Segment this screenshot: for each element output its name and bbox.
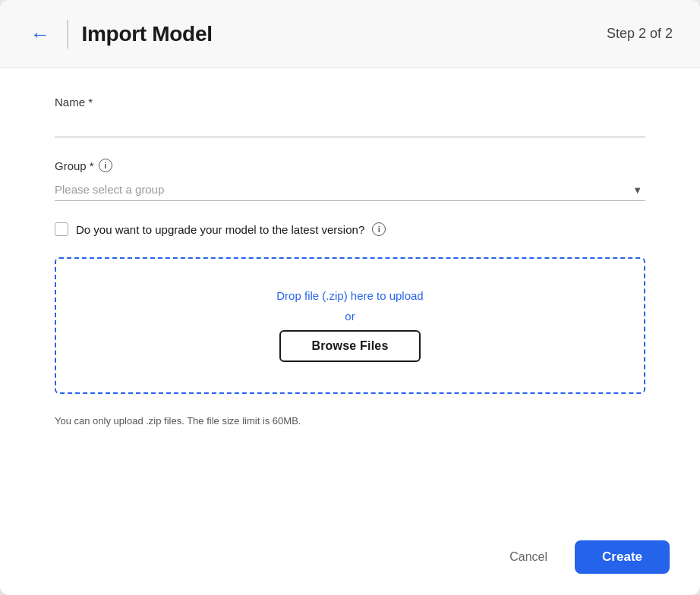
drop-text: Drop file (.zip) here to upload bbox=[276, 289, 423, 302]
modal-footer: Cancel Create bbox=[0, 528, 700, 595]
upgrade-info-icon: i bbox=[372, 222, 386, 236]
upgrade-checkbox-row: Do you want to upgrade your model to the… bbox=[55, 222, 645, 236]
group-info-icon: i bbox=[99, 159, 112, 172]
modal-content: Name * Group * i Please select a group ▼… bbox=[0, 68, 700, 528]
file-hint: You can only upload .zip files. The file… bbox=[55, 415, 645, 427]
create-button[interactable]: Create bbox=[575, 540, 670, 574]
upgrade-checkbox[interactable] bbox=[55, 222, 68, 236]
header-divider bbox=[67, 20, 68, 49]
group-select-wrapper: Please select a group ▼ bbox=[55, 178, 645, 201]
step-indicator: Step 2 of 2 bbox=[607, 26, 673, 42]
import-model-modal: ← Import Model Step 2 of 2 Name * Group … bbox=[0, 0, 700, 595]
header-left: ← Import Model bbox=[27, 20, 213, 49]
drop-zone[interactable]: Drop file (.zip) here to upload or Brows… bbox=[55, 257, 645, 394]
name-input[interactable] bbox=[55, 115, 645, 137]
group-label: Group * bbox=[55, 159, 94, 172]
group-field: Group * i Please select a group ▼ bbox=[55, 159, 645, 201]
or-text: or bbox=[345, 310, 355, 323]
back-button[interactable]: ← bbox=[27, 21, 53, 47]
group-label-row: Group * i bbox=[55, 159, 645, 172]
cancel-button[interactable]: Cancel bbox=[494, 543, 563, 571]
back-arrow-icon: ← bbox=[30, 24, 50, 44]
group-select[interactable]: Please select a group bbox=[55, 178, 645, 201]
name-field: Name * bbox=[55, 96, 645, 137]
upgrade-label: Do you want to upgrade your model to the… bbox=[76, 223, 364, 236]
name-label: Name * bbox=[55, 96, 645, 109]
browse-files-button[interactable]: Browse Files bbox=[279, 330, 420, 362]
modal-header: ← Import Model Step 2 of 2 bbox=[0, 0, 700, 68]
modal-title: Import Model bbox=[82, 22, 213, 46]
